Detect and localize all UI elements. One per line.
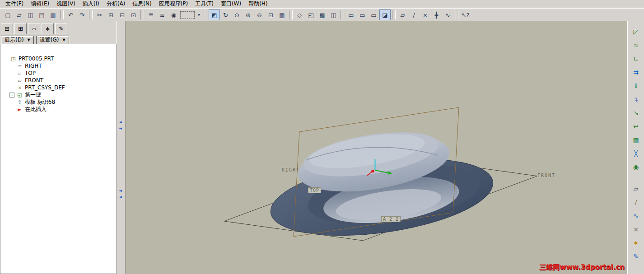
menu-info[interactable]: 信息(N) [129,0,155,8]
selection-filter-box[interactable] [180,11,195,19]
first-wall-button[interactable]: ◸ [630,26,642,37]
tree-item-label: PRT0005.PRT [19,56,54,62]
style-brush-button[interactable]: ✎ [55,23,67,34]
panel-splitter[interactable]: ◄ ◄ ◄ ◄ [117,21,126,274]
undo-button[interactable]: ↶ [65,9,76,20]
menu-insert[interactable]: 插入(I) [79,0,103,8]
datum-label-right[interactable]: RIGHT [282,167,300,172]
splitter-collapse-arrow-icon[interactable]: ◄ [119,195,122,199]
redo-button[interactable]: ↷ [76,9,88,20]
flange-wall-button[interactable]: ∟ [630,53,642,64]
orient-mode-button[interactable]: ⊙ [231,9,243,20]
splitter-collapse-arrow-icon[interactable]: ◄ [119,189,122,193]
menu-help[interactable]: 帮助(H) [245,0,271,8]
tree-item-prt-csys-def[interactable]: × PRT_CSYS_DEF [0,84,116,91]
bend-tool-button[interactable]: ↴ [630,94,642,105]
separator [392,10,396,19]
datum-axis-toggle[interactable]: ∕ [408,9,420,20]
annotation-display-toggle[interactable]: ∿ [442,9,453,20]
hidden-line-display-button[interactable]: ▭ [357,9,368,20]
view-orient-button[interactable]: ◰ [305,9,317,20]
datum-curve-button[interactable]: ∿ [630,210,642,221]
paste-button[interactable]: ⊟ [117,9,128,20]
datum-label-front[interactable]: FRONT [537,173,555,178]
print-button[interactable]: ▤ [36,9,47,20]
tree-expander-icon[interactable]: + [9,93,14,98]
tree-item-template[interactable]: ⇧ 模板 标识68 [0,98,116,106]
menu-applications[interactable]: 应用程序(P) [155,0,192,8]
datum-point-button[interactable]: × [630,224,642,235]
paste-special-button[interactable]: ⊡ [128,9,139,20]
copy-button[interactable]: ⊞ [105,9,117,20]
selection-filter-arrow[interactable]: ▾ [196,9,202,20]
save-button[interactable]: ◫ [25,9,36,20]
cut-button[interactable]: ✂ [94,9,105,20]
favorites-button[interactable]: ∗ [42,23,54,34]
tree-columns-toggle-button[interactable]: ⊟ [1,23,13,34]
menu-view[interactable]: 视图(V) [53,0,79,8]
datum-label-axis[interactable]: A_2_2 [381,216,401,222]
menu-tools[interactable]: 工具(T) [191,0,217,8]
context-help-button[interactable]: ↖? [460,9,471,20]
wireframe-display-button[interactable]: ▭ [345,9,357,20]
feature-toolbar: ◸ ≈ ∟ ⇉ ⇓ ↴ ↘ ↩ ▦ ╳ ◉ [627,21,644,274]
display-dropdown-button[interactable]: 显示(D) ▼ [1,36,34,44]
zoom-out-button[interactable]: ⊖ [254,9,265,20]
tree-filter-toggle-button[interactable]: ⊞ [14,23,27,34]
spin-center-button[interactable]: ↻ [220,9,231,20]
merge-wall-button[interactable]: ⇓ [630,80,642,91]
unbend-tool-button[interactable]: ↘ [630,107,642,118]
graphics-viewport[interactable]: RIGHT TOP FRONT A_2_2 三维网www.3dportal.cn [126,21,627,274]
settings-dropdown-label: 设置(G) [40,36,59,44]
datum-axis-button[interactable]: ∕ [630,197,642,208]
menu-bar: 文件(F) 编辑(E) 视图(V) 插入(I) 分析(A) 信息(N) 应用程序… [0,0,644,8]
corner-relief-button[interactable]: ◉ [630,162,642,172]
main-toolbar: ▢ ▱ ◫ ▤ ▥ ↶ ↷ ✂ ⊞ ⊟ ⊡ ≣ ≡ [0,8,644,22]
separator [289,10,293,19]
model-tree-button[interactable]: ≣ [145,9,157,20]
model-canvas[interactable] [126,21,627,274]
tree-item-top[interactable]: ▱ TOP [0,70,116,77]
splitter-collapse-arrow-icon[interactable]: ◄ [119,120,122,124]
navigator-toolbar: ⊟ ⊞ ▱ ∗ ✎ [0,21,117,35]
datum-label-top[interactable]: TOP [308,187,321,193]
tree-item-front[interactable]: ▱ FRONT [0,77,116,84]
datum-plane-button[interactable]: ▱ [630,183,642,194]
csys-display-toggle[interactable]: ╋ [431,9,442,20]
saved-views-button[interactable]: ▦ [276,9,288,20]
no-hidden-display-button[interactable]: ▭ [368,9,379,20]
settings-dropdown-button[interactable]: 设置(G) ▼ [36,36,69,44]
menu-file[interactable]: 文件(F) [2,0,27,8]
open-file-button[interactable]: ▱ [14,9,25,20]
redraw-button[interactable]: ◇ [294,9,305,20]
refit-button[interactable]: ⊡ [265,9,276,20]
find-button[interactable]: ◉ [168,9,179,20]
print-preview-button[interactable]: ▥ [47,9,59,20]
flat-wall-button[interactable]: ≈ [630,40,642,51]
bend-back-button[interactable]: ↩ [630,121,642,132]
datum-plane-toggle[interactable]: ▱ [397,9,408,20]
tree-item-first-wall[interactable]: + ◱ 第一壁 [0,91,116,98]
rip-tool-button[interactable]: ╳ [630,148,642,159]
sketch-button[interactable]: ✎ [630,251,642,262]
tree-item-insert-here[interactable]: ► 在此插入 [0,106,116,113]
menu-window[interactable]: 窗口(W) [217,0,245,8]
view-manager-button[interactable]: ◫ [328,9,339,20]
flat-pattern-button[interactable]: ▦ [630,135,642,145]
relations-button[interactable]: ≡ [157,9,168,20]
new-file-button[interactable]: ▢ [2,9,14,20]
layer-folder-button[interactable]: ▱ [28,23,40,34]
csys-button[interactable]: ∗ [630,237,642,248]
tree-item-prt0005[interactable]: ◳ PRT0005.PRT [0,55,116,62]
layers-button[interactable]: ▩ [317,9,328,20]
menu-edit[interactable]: 编辑(E) [27,0,53,8]
shaded-display-button[interactable]: ◪ [379,9,391,20]
shade-button[interactable]: ◩ [209,9,220,20]
splitter-collapse-arrow-icon[interactable]: ◄ [119,126,122,130]
menu-analysis[interactable]: 分析(A) [103,0,129,8]
datum-point-toggle[interactable]: × [420,9,431,20]
zoom-in-button[interactable]: ⊕ [243,9,254,20]
tree-item-right[interactable]: ▱ RIGHT [0,62,116,70]
extend-wall-button[interactable]: ⇉ [630,67,642,78]
display-dropdown-label: 显示(D) [5,36,24,44]
